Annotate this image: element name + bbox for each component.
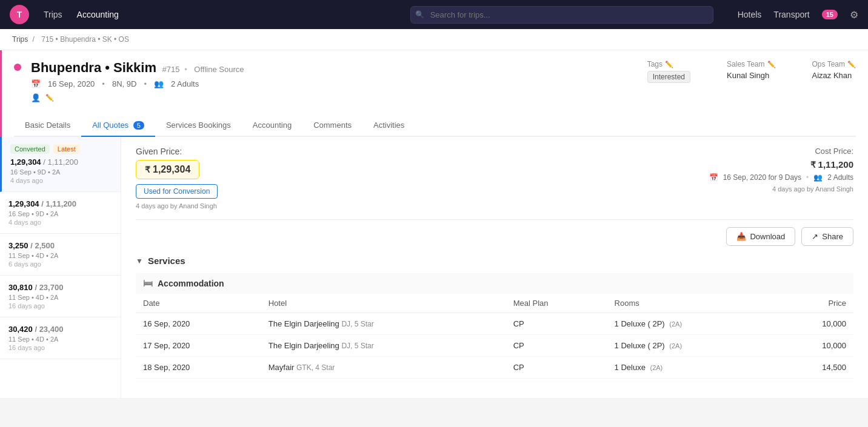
share-button[interactable]: ↗ Share xyxy=(801,227,853,246)
edit-trip-icon[interactable]: ✏️ xyxy=(45,94,54,102)
breadcrumb-trips[interactable]: Trips xyxy=(12,35,28,44)
converted-badge: Converted xyxy=(10,144,50,154)
quote3-time: 6 days ago xyxy=(8,260,112,268)
calendar-icon: 📅 xyxy=(31,79,41,88)
accommodation-section: 🛏 Accommodation Date Hotel Meal Plan Roo… xyxy=(136,273,853,379)
quote4-details: 11 Sep • 4D • 2A xyxy=(8,294,112,301)
search-container xyxy=(410,6,713,24)
trip-duration: 8N, 9D xyxy=(112,79,136,88)
quote-item-2[interactable]: 1,29,304 / 1,11,200 16 Sep • 9D • 2A 4 d… xyxy=(0,192,121,234)
row1-price: 10,000 xyxy=(775,313,853,335)
app-logo[interactable]: T xyxy=(10,5,29,24)
latest-badge: Latest xyxy=(53,144,80,154)
quote1-given: 1,29,304 xyxy=(10,157,41,167)
download-icon: 📥 xyxy=(736,232,746,241)
quote3-details: 11 Sep • 4D • 2A xyxy=(8,252,112,259)
quote-detail-panel: Given Price: ₹ 1,29,304 Used for Convers… xyxy=(121,137,868,398)
quote3-given: 3,250 xyxy=(8,241,28,250)
cost-price-meta: 4 days ago by Anand Singh xyxy=(709,185,853,193)
all-quotes-badge: 5 xyxy=(133,121,144,130)
accommodation-label: Accommodation xyxy=(158,279,224,288)
quote-item-1[interactable]: Converted Latest 1,29,304 / 1,11,200 16 … xyxy=(0,137,121,192)
given-price-meta: 4 days ago by Anand Singh xyxy=(136,202,218,210)
cost-adults-icon: 👥 xyxy=(813,173,823,182)
tab-basic-details[interactable]: Basic Details xyxy=(14,114,81,137)
nav-right: Hotels Transport 15 ⚙ xyxy=(738,9,858,21)
quote-item-4[interactable]: 30,810 / 23,700 11 Sep • 4D • 2A 16 days… xyxy=(0,276,121,317)
used-conversion-button[interactable]: Used for Conversion xyxy=(136,184,218,199)
settings-icon[interactable]: ⚙ xyxy=(850,9,858,21)
quote1-cost: 1,11,200 xyxy=(47,157,78,167)
quote2-given: 1,29,304 xyxy=(8,199,39,208)
share-icon: ↗ xyxy=(812,232,818,241)
download-button[interactable]: 📥 Download xyxy=(726,227,795,246)
row3-hotel: Mayfair GTK, 4 Star xyxy=(261,357,506,379)
trip-header-section: Bhupendra • Sikkim #715 • Offline Source… xyxy=(0,50,868,137)
trip-id: #715 xyxy=(162,65,180,74)
edit-sales-icon[interactable]: ✏️ xyxy=(767,61,776,68)
user-icon: 👤 xyxy=(31,93,41,102)
nav-accounting[interactable]: Accounting xyxy=(77,10,119,19)
tabs-bar: Basic Details All Quotes 5 Services Book… xyxy=(14,114,856,137)
collapse-arrow-icon[interactable]: ▼ xyxy=(136,257,143,265)
cost-details: 📅 16 Sep, 2020 for 9 Days • 👥 2 Adults xyxy=(709,173,853,182)
breadcrumb: Trips / 715 • Bhupendra • SK • OS xyxy=(0,29,868,50)
tab-comments[interactable]: Comments xyxy=(302,114,362,137)
tab-all-quotes[interactable]: All Quotes 5 xyxy=(81,114,155,137)
divider-1 xyxy=(136,219,853,220)
quote-item-5[interactable]: 30,420 / 23,400 11 Sep • 4D • 2A 16 days… xyxy=(0,317,121,359)
nav-trips[interactable]: Trips xyxy=(44,10,62,19)
accommodation-table: Date Hotel Meal Plan Rooms Price 16 Sep,… xyxy=(136,294,853,379)
action-buttons: 📥 Download ↗ Share xyxy=(136,227,853,246)
quote-item-3[interactable]: 3,250 / 2,500 11 Sep • 4D • 2A 6 days ag… xyxy=(0,234,121,276)
trip-title: Bhupendra • Sikkim xyxy=(31,60,156,75)
trip-date: 16 Sep, 2020 xyxy=(48,79,95,88)
nav-transport[interactable]: Transport xyxy=(773,10,809,19)
quote2-time: 4 days ago xyxy=(8,219,112,226)
col-date: Date xyxy=(136,294,261,313)
status-dot xyxy=(14,64,21,71)
services-label: Services xyxy=(148,256,185,266)
tab-services-bookings[interactable]: Services Bookings xyxy=(155,114,242,137)
given-price-label: Given Price: xyxy=(136,147,218,156)
trip-source: Offline Source xyxy=(194,65,244,74)
given-price-value: ₹ 1,29,304 xyxy=(136,160,199,179)
quote2-cost: 1,11,200 xyxy=(45,199,76,208)
quote5-given: 30,420 xyxy=(8,325,33,334)
tab-accounting[interactable]: Accounting xyxy=(242,114,302,137)
quote5-time: 16 days ago xyxy=(8,344,112,351)
nav-hotels[interactable]: Hotels xyxy=(738,10,762,19)
col-meal-plan: Meal Plan xyxy=(506,294,607,313)
table-row: 16 Sep, 2020 The Elgin Darjeeling DJ, 5 … xyxy=(136,313,853,335)
quote1-time: 4 days ago xyxy=(10,177,112,184)
trip-adults: 2 Adults xyxy=(171,79,199,88)
row3-meal: CP xyxy=(506,357,607,379)
row3-date: 18 Sep, 2020 xyxy=(136,357,261,379)
cost-calendar-icon: 📅 xyxy=(709,173,718,182)
quotes-sidebar: Converted Latest 1,29,304 / 1,11,200 16 … xyxy=(0,137,121,398)
cost-price-value: ₹ 1,11,200 xyxy=(709,159,853,170)
col-hotel: Hotel xyxy=(261,294,506,313)
col-rooms: Rooms xyxy=(607,294,775,313)
tags-label: Tags xyxy=(647,60,663,68)
edit-tags-icon[interactable]: ✏️ xyxy=(665,61,673,68)
row2-date: 17 Sep, 2020 xyxy=(136,335,261,357)
services-header: ▼ Services xyxy=(136,256,853,266)
content-layout: Converted Latest 1,29,304 / 1,11,200 16 … xyxy=(0,137,868,398)
search-input[interactable] xyxy=(410,6,713,24)
breadcrumb-current: 715 • Bhupendra • SK • OS xyxy=(41,35,129,44)
quote4-time: 16 days ago xyxy=(8,302,112,309)
price-summary-row: Given Price: ₹ 1,29,304 Used for Convers… xyxy=(136,147,853,210)
group-icon: 👥 xyxy=(154,79,164,88)
edit-ops-icon[interactable]: ✏️ xyxy=(847,61,856,68)
col-price: Price xyxy=(775,294,853,313)
table-row: 17 Sep, 2020 The Elgin Darjeeling DJ, 5 … xyxy=(136,335,853,357)
row1-hotel: The Elgin Darjeeling DJ, 5 Star xyxy=(261,313,506,335)
quote5-details: 11 Sep • 4D • 2A xyxy=(8,336,112,343)
notification-badge[interactable]: 15 xyxy=(822,10,838,19)
cost-price-label: Cost Price: xyxy=(709,147,853,156)
tab-activities[interactable]: Activities xyxy=(362,114,415,137)
row1-rooms: 1 Deluxe ( 2P) (2A) xyxy=(607,313,775,335)
tag-interested: Interested xyxy=(647,71,690,83)
row2-hotel: The Elgin Darjeeling DJ, 5 Star xyxy=(261,335,506,357)
